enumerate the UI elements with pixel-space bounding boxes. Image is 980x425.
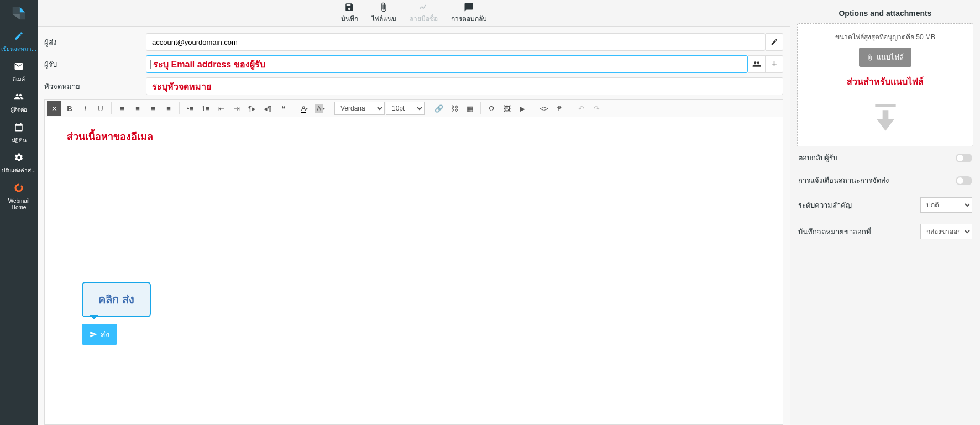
editor-special-char-button[interactable]: Ω [484, 101, 499, 116]
main-area: บันทึก ไฟล์แนบ ลายมือชื่อ การตอบกลับ ผู้… [38, 0, 790, 425]
reply-to-toggle[interactable] [956, 154, 972, 162]
unlink-icon: ⛓ [451, 104, 458, 113]
editor-body[interactable]: ส่วนเนื้อหาของอีเมล [44, 117, 783, 425]
editor-align-justify-button[interactable]: ≡ [161, 101, 176, 116]
editor-blockquote-button[interactable]: ❝ [276, 101, 290, 116]
editor-redo-button[interactable]: ↷ [589, 101, 604, 116]
indent-icon: ⇥ [234, 104, 240, 113]
delivery-status-toggle[interactable] [956, 176, 972, 185]
editor-align-center-button[interactable]: ≡ [130, 101, 145, 116]
left-sidebar: เขียนจดหมา... อีเมล์ ผู้ติดต่อ ปฏิทิน ปร… [0, 0, 38, 425]
editor-bold-button[interactable]: B [62, 101, 77, 116]
sidebar-item-label: Webmail Home [1, 198, 36, 211]
subject-hint-annotation: ระบุหัวจดหมาย [152, 80, 211, 93]
attach-file-button[interactable]: แนบไฟล์ [859, 48, 911, 67]
subject-label: หัวจดหมาย [44, 81, 146, 92]
editor-underline-button[interactable]: U [93, 101, 108, 116]
editor-align-left-button[interactable]: ≡ [115, 101, 129, 116]
omega-icon: Ω [489, 104, 494, 113]
bold-icon: B [67, 104, 72, 113]
toolbar-attach[interactable]: ไฟล์แนบ [371, 2, 396, 24]
priority-select[interactable]: ปกติ [920, 197, 972, 213]
editor-bullet-list-button[interactable]: •≡ [183, 101, 197, 116]
editor-image-button[interactable]: 🖼 [500, 101, 514, 116]
find-icon: Ᵽ [557, 104, 562, 113]
subject-input[interactable]: ระบุหัวจดหมาย [146, 77, 783, 95]
to-label: ผู้รับ [44, 59, 146, 70]
editor-find-button[interactable]: Ᵽ [552, 101, 567, 116]
sidebar-item-calendar[interactable]: ปฏิทิน [0, 118, 38, 148]
editor-rtl-button[interactable]: ◂¶ [260, 101, 275, 116]
toolbar-label: บันทึก [341, 13, 358, 24]
align-right-icon: ≡ [151, 104, 155, 113]
forecolor-icon: A [301, 104, 306, 113]
align-center-icon: ≡ [135, 104, 140, 113]
sidebar-item-label: เขียนจดหมา... [1, 46, 36, 53]
option-priority: ระดับความสำคัญ ปกติ [797, 192, 973, 218]
sidebar-item-settings[interactable]: ปรับแต่งค่าส่... [0, 148, 38, 179]
toolbar-label: ลายมือชื่อ [410, 13, 438, 24]
editor-outdent-button[interactable]: ⇤ [214, 101, 228, 116]
editor-ltr-button[interactable]: ¶▸ [245, 101, 259, 116]
editor-code-button[interactable]: <> [537, 101, 551, 116]
toolbar-reply[interactable]: การตอบกลับ [451, 2, 487, 24]
editor-undo-button[interactable]: ↶ [574, 101, 588, 116]
option-label: บันทึกจดหมายขาออกที่ [798, 226, 871, 238]
bullet-list-icon: •≡ [187, 104, 193, 113]
add-contact-button[interactable] [748, 55, 766, 73]
download-icon [804, 98, 966, 136]
attachment-limit-text: ขนาดไฟล์สูงสุดที่อนุญาตคือ 50 MB [804, 32, 966, 42]
option-delivery-status: การแจ้งเตือนสถานะการจัดส่ง [797, 169, 973, 192]
link-icon: 🔗 [434, 104, 443, 113]
from-input[interactable] [146, 33, 766, 51]
editor-align-right-button[interactable]: ≡ [146, 101, 160, 116]
editor-unlink-button[interactable]: ⛓ [447, 101, 462, 116]
edit-identity-button[interactable] [766, 33, 783, 51]
quote-icon: ❝ [281, 104, 285, 113]
attach-button-label: แนบไฟล์ [877, 51, 904, 63]
save-icon [344, 2, 354, 12]
close-icon: ✕ [51, 104, 57, 113]
body-hint-annotation: ส่วนเนื้อหาของอีเมล [67, 131, 153, 142]
editor-media-button[interactable]: ▶ [515, 101, 530, 116]
add-contact-icon [752, 60, 761, 69]
toolbar-save[interactable]: บันทึก [341, 2, 358, 24]
option-label: ตอบกลับผู้รับ [798, 152, 837, 164]
add-recipient-button[interactable]: + [766, 55, 783, 73]
sidebar-item-compose[interactable]: เขียนจดหมา... [0, 27, 38, 57]
right-panel-title: Options and attachments [797, 7, 973, 23]
redo-icon: ↷ [594, 104, 600, 113]
editor-forecolor-button[interactable]: A▾ [297, 101, 312, 116]
compose-area: ผู้ส่ง ผู้รับ | ระบุ Email address ของผู… [38, 27, 790, 425]
attachment-dropzone[interactable]: ขนาดไฟล์สูงสุดที่อนุญาตคือ 50 MB แนบไฟล์… [797, 23, 973, 146]
to-input[interactable]: | ระบุ Email address ของผู้รับ [146, 55, 748, 73]
sidebar-item-mail[interactable]: อีเมล์ [0, 57, 38, 87]
table-icon: ▦ [467, 104, 473, 113]
toolbar-signature: ลายมือชื่อ [410, 2, 438, 24]
editor-link-button[interactable]: 🔗 [432, 101, 446, 116]
cpanel-icon [14, 183, 24, 196]
editor-italic-button[interactable]: I [78, 101, 92, 116]
sidebar-item-label: อีเมล์ [1, 76, 36, 83]
attachment-note: ส่วนสำหรับแนบไฟล์ [804, 75, 966, 88]
number-list-icon: 1≡ [202, 104, 210, 113]
to-row: ผู้รับ | ระบุ Email address ของผู้รับ + [44, 55, 783, 73]
option-store-sent: บันทึกจดหมายขาออกที่ กล่องขาออก [797, 218, 973, 245]
editor-indent-button[interactable]: ⇥ [229, 101, 244, 116]
send-callout: คลิก ส่ง [82, 282, 151, 317]
editor-fontfamily-select[interactable]: Verdana [334, 102, 385, 115]
sidebar-item-webmail-home[interactable]: Webmail Home [0, 179, 38, 216]
editor-fontsize-select[interactable]: 10pt [386, 102, 425, 115]
editor-backcolor-button[interactable]: A▾ [313, 101, 327, 116]
store-sent-select[interactable]: กล่องขาออก [920, 224, 972, 239]
editor-toolbar: ✕ B I U ≡ ≡ ≡ ≡ •≡ 1≡ ⇤ ⇥ ¶▸ ◂¶ ❝ A▾ A▾ … [44, 99, 783, 117]
sidebar-item-contacts[interactable]: ผู้ติดต่อ [0, 87, 38, 118]
attach-icon [867, 54, 873, 61]
editor-number-list-button[interactable]: 1≡ [198, 101, 213, 116]
backcolor-icon: A [315, 104, 323, 113]
gear-icon [14, 153, 24, 165]
editor-source-button[interactable]: ✕ [47, 101, 61, 116]
send-button[interactable]: ส่ง [82, 324, 117, 345]
editor-table-button[interactable]: ▦ [463, 101, 477, 116]
attach-icon [379, 2, 389, 12]
